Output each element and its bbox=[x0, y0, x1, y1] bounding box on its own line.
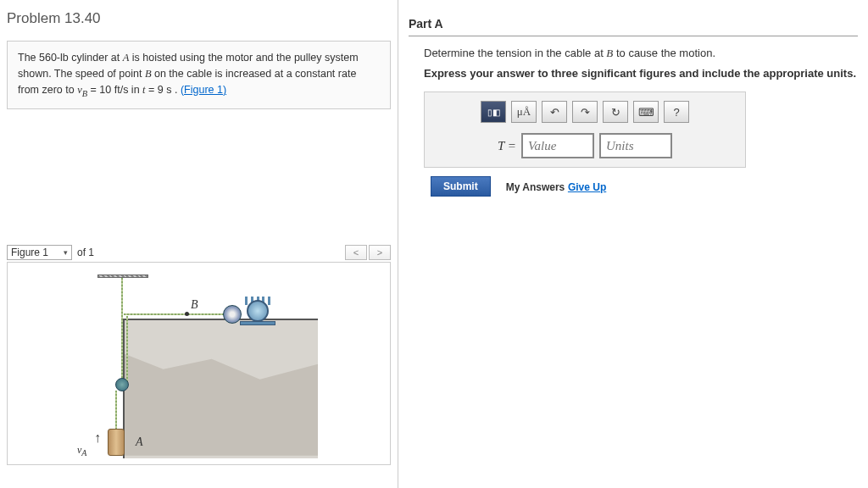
figure-area: B A ↑ vA bbox=[7, 262, 391, 465]
ceiling-beam bbox=[97, 274, 148, 278]
motor bbox=[240, 297, 274, 324]
text: Determine the tension in the cable at bbox=[424, 47, 606, 59]
label-A: A bbox=[136, 435, 143, 449]
cylinder-A bbox=[108, 429, 125, 456]
keyboard-button[interactable]: ⌨ bbox=[633, 101, 659, 123]
left-panel: Problem 13.40 The 560-lb cylinder at A i… bbox=[0, 0, 398, 488]
problem-statement: The 560-lb cylinder at A is hoisted usin… bbox=[7, 41, 391, 109]
text: The 560- bbox=[18, 52, 60, 64]
point-B-dot bbox=[185, 312, 189, 316]
problem-title: Problem 13.40 bbox=[7, 7, 391, 30]
motor-body bbox=[247, 300, 269, 322]
part-a-instruction: Determine the tension in the cable at B … bbox=[424, 47, 858, 60]
cliff bbox=[123, 319, 318, 458]
part-a-content: Determine the tension in the cable at B … bbox=[409, 47, 858, 197]
answer-box: ▯◧ μÅ ↶ ↷ ↻ ⌨ ? T = bbox=[424, 92, 746, 168]
pulley-diagram: B A ↑ vA bbox=[13, 268, 385, 459]
undo-button[interactable]: ↶ bbox=[542, 101, 567, 123]
units-input[interactable] bbox=[599, 133, 672, 158]
answer-input-row: T = bbox=[433, 133, 737, 158]
var-B: B bbox=[145, 68, 152, 80]
figure-select-label: Figure 1 bbox=[11, 247, 48, 258]
right-panel: Part A Determine the tension in the cabl… bbox=[398, 0, 868, 488]
figure-link[interactable]: (Figure 1) bbox=[181, 84, 226, 96]
pulley-top bbox=[223, 305, 242, 324]
v-sub: A bbox=[81, 448, 86, 458]
next-figure-button[interactable]: > bbox=[369, 245, 391, 260]
rope-right bbox=[126, 316, 128, 385]
text: = 10 bbox=[87, 84, 114, 96]
reset-button[interactable]: ↻ bbox=[603, 101, 628, 123]
motor-base bbox=[240, 321, 275, 325]
text: lb bbox=[60, 52, 69, 64]
figure-count: of 1 bbox=[77, 247, 94, 258]
prev-figure-button[interactable]: < bbox=[345, 245, 367, 260]
give-up-link[interactable]: Give Up bbox=[568, 181, 606, 193]
figure-bar: Figure 1 ▾ of 1 < > bbox=[7, 245, 391, 260]
answer-toolbar: ▯◧ μÅ ↶ ↷ ↻ ⌨ ? bbox=[433, 101, 737, 123]
part-a-format: Express your answer to three significant… bbox=[424, 67, 858, 80]
text: . bbox=[171, 84, 180, 96]
template-button[interactable]: ▯◧ bbox=[481, 101, 506, 123]
value-input[interactable] bbox=[521, 133, 594, 158]
text: cylinder at bbox=[69, 52, 123, 64]
redo-button[interactable]: ↷ bbox=[572, 101, 598, 123]
arrow-up-icon: ↑ bbox=[94, 430, 101, 446]
figure-select[interactable]: Figure 1 ▾ bbox=[7, 245, 72, 260]
help-button[interactable]: ? bbox=[664, 101, 689, 123]
pulley-left bbox=[115, 378, 129, 391]
rope-to-cylinder bbox=[115, 391, 117, 431]
chevron-down-icon: ▾ bbox=[64, 248, 68, 257]
text: in bbox=[128, 84, 142, 96]
answer-variable-label: T = bbox=[498, 139, 516, 153]
text: to cause the motion. bbox=[613, 47, 715, 59]
symbols-button[interactable]: μÅ bbox=[511, 101, 537, 123]
answers-links: My Answers Give Up bbox=[506, 180, 607, 193]
figure-nav: < > bbox=[345, 245, 391, 260]
text: = 9 bbox=[146, 84, 167, 96]
part-a-title: Part A bbox=[409, 12, 858, 36]
label-vA: vA bbox=[77, 444, 86, 458]
my-answers-label: My Answers bbox=[506, 181, 565, 193]
label-B: B bbox=[191, 298, 198, 312]
rope-horizontal bbox=[124, 313, 227, 315]
cliff-face bbox=[125, 354, 318, 456]
units: ft/s bbox=[114, 84, 129, 96]
rope-vertical bbox=[121, 278, 123, 386]
submit-row: Submit My Answers Give Up bbox=[431, 176, 858, 197]
submit-button[interactable]: Submit bbox=[431, 176, 491, 197]
